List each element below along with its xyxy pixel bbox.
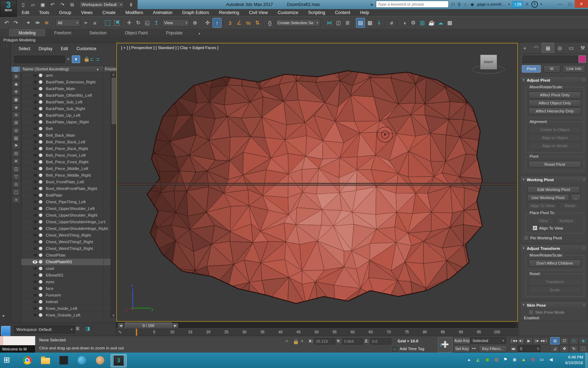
redo-icon[interactable]: ↷ (59, 2, 66, 8)
visibility-icon[interactable] (33, 147, 37, 150)
tab-modeling[interactable]: Modeling (9, 29, 45, 36)
docked-panel-icon[interactable] (1, 326, 12, 336)
show-hidden-icons[interactable]: ▴ (465, 357, 472, 362)
hierarchy-view-icon[interactable]: ⊏ (90, 57, 94, 62)
search-expand-icon[interactable]: ▸ (371, 2, 373, 7)
set-keys-button[interactable]: ✚⚷ (438, 337, 453, 353)
align-to-world-button[interactable]: Align to World (528, 142, 581, 149)
snaps-toggle-icon[interactable]: 3 (226, 18, 234, 27)
dock-grip[interactable]: ⋮⋮ (0, 44, 10, 48)
viewcube[interactable]: RIGHT (480, 55, 497, 69)
list-item[interactable]: ·····helmet (21, 299, 111, 305)
menu-group[interactable]: Group (54, 10, 76, 15)
explorer-menu-display[interactable]: Display (35, 45, 56, 54)
visibility-icon[interactable] (33, 274, 37, 277)
current-frame-field[interactable]: 0 ⇅ (518, 345, 540, 352)
user-icon[interactable]: ☻ (470, 2, 475, 7)
search-icon[interactable]: ⚇ (451, 2, 455, 7)
render-last-icon[interactable]: ▩ (446, 18, 454, 27)
menu-graph-editors[interactable]: Graph Editors (177, 10, 214, 15)
filter-cameras-icon[interactable]: ◈ (12, 104, 20, 111)
mini-curve-editor-icon[interactable]: ∿ (118, 329, 122, 334)
filter-all-icon[interactable]: ⊚ (12, 73, 20, 80)
play-button[interactable]: ▶ (525, 337, 533, 345)
rollout-header[interactable]: ▼ Adjust Pivot ⠿ (520, 77, 587, 83)
select-and-manipulate-icon[interactable]: ✣ (203, 18, 212, 27)
workspace-dropdown[interactable]: Workspace: Default ▾ (79, 1, 124, 8)
exchange-icon[interactable]: X (525, 1, 528, 7)
visibility-icon[interactable] (33, 247, 37, 250)
time-tag-cube-icon[interactable]: ◇ (391, 346, 398, 353)
welcome-window[interactable]: Welcome to M (0, 336, 35, 353)
percent-snap-icon[interactable]: % (244, 18, 252, 27)
use-pivot-center-icon[interactable]: ⊕ (191, 18, 199, 27)
reset-working-pivot-button[interactable]: Reset (560, 202, 581, 209)
filter-lights-icon[interactable]: ▣ (12, 96, 20, 103)
z-coordinate-field[interactable]: 0.0 (370, 338, 391, 345)
rollout-header[interactable]: ▼ Working Pivot ⠿ (520, 176, 587, 183)
next-frame-button[interactable]: ❘▶ (533, 337, 540, 345)
list-item[interactable]: ·····cowl (21, 265, 111, 272)
undo-icon[interactable]: ↶ (2, 18, 11, 27)
list-item[interactable]: ·····ButtPlate (21, 192, 111, 199)
modify-tab[interactable]: ◠ (531, 43, 542, 53)
scrollbar-thumb[interactable] (112, 78, 116, 124)
start-button[interactable]: ⊞ (4, 355, 10, 364)
list-item[interactable]: ·····Belt_Piece_Middle_Left (21, 165, 111, 172)
render-in-cloud-icon[interactable]: ☁ (436, 18, 445, 27)
visibility-icon[interactable] (33, 227, 37, 230)
sort-by-type-icon[interactable]: ◯ (12, 67, 20, 72)
utilities-tab[interactable]: ⚒ (577, 43, 588, 53)
list-item[interactable]: ·····Chest_UpperShoulderHinge_Left (21, 219, 111, 225)
file-explorer-icon[interactable] (38, 354, 53, 367)
list-item[interactable]: ·····Belt (21, 125, 111, 132)
time-slider[interactable]: ◀ 0 / 100 ▶ (116, 322, 518, 328)
filter-icon[interactable]: ▼ (72, 55, 80, 63)
workspace-layout-icon[interactable]: ◨ (85, 326, 90, 331)
project-folder-icon[interactable]: ⧉ (69, 2, 76, 8)
set-key-button[interactable]: Set Key (454, 345, 470, 353)
ribbon-panel[interactable]: Polygon Modeling (0, 36, 588, 43)
list-item[interactable]: ·····Boot_FrontPlate_Left (21, 179, 111, 185)
selection-filter-dropdown[interactable]: All▾ (56, 19, 80, 27)
visibility-icon[interactable] (33, 200, 37, 203)
filter-list-icon[interactable]: ≡ (12, 196, 20, 203)
scroll-down-icon[interactable]: ▼ (111, 313, 116, 318)
select-and-move-icon[interactable]: ✛ (125, 18, 133, 27)
list-item[interactable]: ·····BackPlate_Sub_Right (21, 105, 111, 112)
autodesk-tray-icon[interactable]: ◭ (475, 357, 482, 362)
visibility-icon[interactable] (33, 161, 37, 163)
previous-frame-button[interactable]: ◀❘ (517, 337, 525, 345)
visibility-icon[interactable] (33, 114, 37, 117)
filter-spacewarps-icon[interactable]: ≋ (12, 111, 20, 118)
show-desktop-button[interactable] (586, 353, 588, 368)
zoom-extents-icon[interactable]: ◇ (569, 337, 579, 345)
pin-working-pivot-checkbox[interactable] (524, 236, 528, 240)
visibility-icon[interactable] (33, 307, 37, 310)
affect-object-only-button[interactable]: Affect Object Only (528, 100, 581, 107)
visibility-icon[interactable] (33, 240, 37, 243)
working-pivot-options-button[interactable]: ... (571, 194, 581, 201)
volume-tray-icon[interactable]: ◀ (547, 357, 554, 362)
list-item[interactable]: ·····face (21, 285, 111, 292)
new-scene-icon[interactable]: ▯ (20, 2, 27, 8)
list-item[interactable]: ·····Knee_Inside_Left (21, 305, 111, 312)
mirror-icon[interactable]: ⋈ (325, 18, 334, 27)
action-center-icon[interactable]: ⚑ (502, 357, 509, 362)
menu-animation[interactable]: Animation (148, 10, 177, 15)
visibility-icon[interactable] (33, 81, 37, 83)
list-item[interactable]: ·····BackPlate_Upper_Right (21, 119, 111, 125)
minimize-button[interactable]: — (555, 0, 565, 8)
visibility-icon[interactable] (33, 234, 37, 237)
time-slider-track[interactable] (178, 323, 515, 328)
maximize-viewport-icon[interactable]: ⛶ (579, 345, 588, 353)
user-dropdown-icon[interactable]: ▾ (508, 2, 510, 6)
visibility-icon[interactable] (33, 287, 37, 290)
align-to-view-button[interactable]: Align To View (527, 202, 558, 209)
filter-shapes-icon[interactable]: ✜ (12, 88, 20, 95)
nvidia-tray-icon[interactable]: ◉ (484, 357, 491, 362)
visibility-icon[interactable] (33, 214, 37, 217)
next-frame-icon[interactable]: ▶ (172, 323, 178, 328)
origin-tray-icon[interactable]: ◍ (493, 357, 500, 362)
visibility-icon[interactable] (33, 220, 37, 223)
